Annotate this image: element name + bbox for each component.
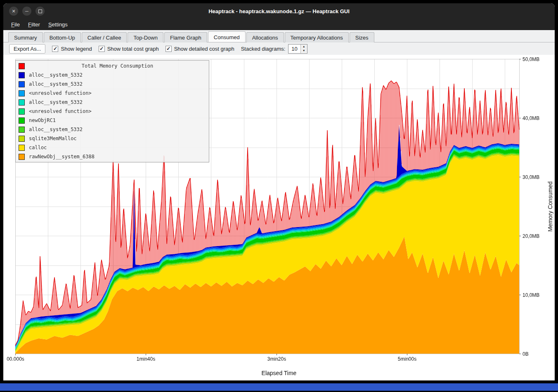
legend-label: <unresolved function> [29, 90, 92, 96]
legend-item: rawNewObj__system_6388 [16, 152, 209, 161]
tab-consumed[interactable]: Consumed [208, 31, 246, 42]
y-axis-title: Memory Consumed [547, 181, 553, 232]
menu-filter[interactable]: Filter [24, 20, 44, 29]
menu-file[interactable]: File [7, 20, 24, 29]
checkbox-label: Show total cost graph [107, 46, 159, 52]
legend-label: rawNewObj__system_6388 [29, 154, 95, 160]
legend-color-swatch [19, 63, 25, 69]
legend-label: alloc__system_5332 [29, 81, 83, 87]
checkbox-label: Show detailed cost graph [174, 46, 234, 52]
legend-label: <unresolved function> [29, 108, 92, 114]
spin-up-button[interactable]: ▲ [301, 45, 307, 49]
stacked-diagrams-spinbox[interactable]: 10 ▲ ▼ [288, 44, 307, 54]
legend-item: alloc__system_5332 [16, 125, 209, 134]
spinbox-value[interactable]: 10 [288, 45, 300, 53]
legend-label: alloc__system_5332 [29, 99, 83, 105]
checkbox-show-legend[interactable]: ✓Show legend [52, 46, 92, 52]
legend-color-swatch [19, 81, 25, 87]
legend-item: alloc__system_5332 [16, 80, 209, 89]
legend-item: newObjRC1 [16, 116, 209, 125]
checkbox-indicator[interactable]: ✓ [99, 46, 105, 52]
legend-color-swatch [19, 99, 25, 106]
checkbox-indicator[interactable]: ✓ [52, 46, 58, 52]
legend-color-swatch [19, 108, 25, 115]
legend-color-swatch [19, 154, 25, 160]
window-controls: ✕─ [9, 7, 45, 16]
legend-label: calloc [29, 145, 47, 150]
tab-bottom-up[interactable]: Bottom-Up [44, 32, 81, 42]
minimize-button[interactable]: ─ [22, 7, 31, 16]
legend-item: calloc [16, 143, 209, 152]
tab-allocations[interactable]: Allocations [246, 32, 284, 42]
app-window: ✕─ Heaptrack - heaptrack.wakunode.1.gz —… [3, 3, 555, 380]
checkbox-show-detailed-cost-graph[interactable]: ✓Show detailed cost graph [166, 46, 234, 52]
checkbox-show-total-cost-graph[interactable]: ✓Show total cost graph [99, 46, 159, 52]
legend-item: <unresolved function> [16, 107, 209, 116]
minimize-icon: ─ [25, 9, 28, 14]
tab-caller-callee[interactable]: Caller / Callee [82, 32, 127, 42]
legend-item: alloc__system_5332 [16, 70, 209, 80]
checkbox-indicator[interactable]: ✓ [166, 46, 172, 52]
spin-down-button[interactable]: ▼ [301, 49, 307, 53]
chart-area: Total Memory Consumptionalloc__system_53… [3, 55, 555, 380]
tab-sizes[interactable]: Sizes [350, 32, 374, 42]
checkbox-label: Show legend [61, 46, 92, 52]
stacked-diagrams-label: Stacked diagrams: [241, 46, 286, 52]
toolbar: Export As... ✓Show legend✓Show total cos… [3, 42, 555, 55]
spinbox-arrows: ▲ ▼ [300, 45, 307, 53]
menubar: FileFilterSettings [3, 19, 555, 30]
maximize-button[interactable] [35, 7, 45, 16]
legend-item: sqlite3MemMalloc [16, 134, 209, 143]
legend-label: newObjRC1 [29, 117, 56, 123]
close-icon: ✕ [12, 9, 15, 14]
legend-label: alloc__system_5332 [29, 72, 83, 78]
window-title: Heaptrack - heaptrack.wakunode.1.gz — He… [3, 8, 555, 14]
legend-color-swatch [19, 117, 25, 124]
legend-label: alloc__system_5332 [29, 127, 83, 132]
tab-top-down[interactable]: Top-Down [128, 32, 163, 42]
tab-bar: SummaryBottom-UpCaller / CalleeTop-DownF… [3, 30, 555, 42]
legend-color-swatch [19, 127, 25, 133]
legend-color-swatch [19, 72, 25, 78]
legend-color-swatch [19, 136, 25, 142]
close-button[interactable]: ✕ [9, 7, 18, 16]
stacked-diagrams-control: Stacked diagrams: 10 ▲ ▼ [241, 44, 307, 54]
legend-color-swatch [19, 145, 25, 151]
background-window-strip[interactable] [0, 383, 558, 391]
tab-temporary-allocations[interactable]: Temporary Allocations [285, 32, 349, 42]
tab-flame-graph[interactable]: Flame Graph [164, 32, 207, 42]
x-axis-title: Elapsed Time [3, 370, 555, 376]
toolbar-checkboxes: ✓Show legend✓Show total cost graph✓Show … [52, 46, 234, 52]
legend-item: Total Memory Consumption [16, 61, 209, 70]
legend-color-swatch [19, 90, 25, 96]
legend-item: <unresolved function> [16, 89, 209, 98]
chart-legend: Total Memory Consumptionalloc__system_53… [15, 60, 209, 162]
titlebar: ✕─ Heaptrack - heaptrack.wakunode.1.gz —… [3, 3, 555, 19]
legend-item: alloc__system_5332 [16, 98, 209, 107]
legend-label: Total Memory Consumption [29, 63, 206, 69]
tab-summary[interactable]: Summary [8, 32, 43, 42]
maximize-icon [38, 9, 42, 13]
export-as-button[interactable]: Export As... [9, 44, 45, 54]
menu-settings[interactable]: Settings [45, 20, 71, 29]
legend-label: sqlite3MemMalloc [29, 136, 77, 141]
